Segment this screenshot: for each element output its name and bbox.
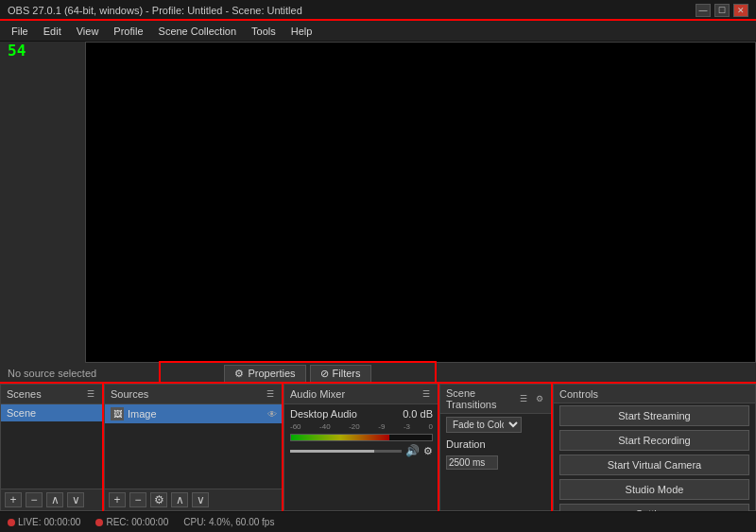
audio-track-header: Desktop Audio 0.0 dB — [290, 408, 433, 420]
transitions-panel-actions: ☰ ⚙ — [517, 392, 546, 405]
rec-label: REC: — [106, 517, 129, 527]
audio-menu-icon[interactable]: ☰ — [420, 387, 433, 401]
sources-down-button[interactable]: ∨ — [192, 492, 209, 507]
audio-settings-icon[interactable]: ⚙ — [423, 445, 433, 457]
start-virtual-camera-button[interactable]: Start Virtual Camera — [559, 455, 749, 475]
sources-menu-icon[interactable]: ☰ — [264, 387, 277, 401]
scenes-panel-header: Scenes ☰ — [1, 385, 103, 404]
controls-panel: Controls Start Streaming Start Recording… — [553, 384, 756, 511]
scenes-panel-actions: ☰ — [84, 387, 97, 401]
scenes-up-button[interactable]: ∧ — [46, 492, 63, 507]
audio-level-fill — [291, 435, 389, 440]
audio-panel-header: Audio Mixer ☰ — [284, 385, 438, 404]
status-bar: LIVE: 00:00:00 REC: 00:00:00 CPU: 4.0%, … — [0, 511, 756, 532]
cpu-label: CPU: 4.0%, 60.00 fps — [183, 517, 274, 527]
audio-panel-actions: ☰ — [420, 387, 433, 401]
menu-tools[interactable]: Tools — [244, 24, 284, 39]
mute-icon[interactable]: 🔊 — [405, 444, 420, 457]
title-bar-title: OBS 27.0.1 (64-bit, windows) - Profile: … — [8, 5, 302, 16]
sources-up-button[interactable]: ∧ — [171, 492, 188, 507]
start-streaming-button[interactable]: Start Streaming — [559, 405, 749, 426]
live-dot — [8, 519, 15, 526]
scene-transitions-panel: Scene Transitions ☰ ⚙ Fade to Color Cut … — [439, 384, 553, 511]
rec-dot — [95, 519, 103, 526]
duration-label: Duration — [446, 438, 486, 450]
scenes-menu-icon[interactable]: ☰ — [84, 387, 97, 401]
source-item[interactable]: 🖼 Image 👁 — [105, 404, 283, 423]
duration-row: Duration — [440, 436, 552, 453]
start-recording-button[interactable]: Start Recording — [559, 430, 749, 451]
transitions-panel-title: Scene Transitions — [446, 387, 517, 410]
rec-status: REC: 00:00:00 — [95, 517, 168, 527]
sources-panel-header: Sources ☰ — [105, 385, 283, 404]
menu-help[interactable]: Help — [284, 24, 320, 39]
scenes-panel: Scenes ☰ Scene + − ∧ ∨ — [0, 384, 104, 511]
sources-footer: + − ⚙ ∧ ∨ — [105, 489, 283, 510]
bottom-panels: Scenes ☰ Scene + − ∧ ∨ Sources ☰ 🖼 Image — [0, 384, 756, 511]
maximize-button[interactable]: ☐ — [714, 4, 730, 17]
duration-input-row — [440, 453, 552, 472]
sources-add-button[interactable]: + — [109, 492, 126, 507]
source-type-icon: 🖼 — [111, 407, 124, 420]
close-button[interactable]: ✕ — [733, 4, 748, 17]
menu-bar: File Edit View Profile Scene Collection … — [0, 21, 756, 42]
audio-controls: 🔊 ⚙ — [290, 444, 433, 457]
source-visibility-icon[interactable]: 👁 — [267, 409, 277, 420]
rec-time: 00:00:00 — [131, 517, 168, 527]
transitions-settings-icon[interactable]: ⚙ — [533, 392, 546, 405]
menu-scene-collection[interactable]: Scene Collection — [151, 24, 245, 39]
audio-track-db: 0.0 dB — [403, 408, 433, 420]
left-side-panel — [0, 42, 85, 363]
duration-input[interactable] — [446, 455, 498, 470]
filter-icon — [320, 368, 329, 380]
scenes-down-button[interactable]: ∨ — [67, 492, 84, 507]
transition-row: Fade to Color Cut Fade Swipe Slide — [440, 414, 552, 436]
live-label: LIVE: — [18, 517, 41, 527]
audio-level-bar — [290, 434, 433, 441]
transition-select[interactable]: Fade to Color Cut Fade Swipe Slide — [446, 417, 522, 433]
prop-filter-bar: Properties Filters — [161, 363, 435, 384]
menu-view[interactable]: View — [69, 24, 107, 39]
properties-button[interactable]: Properties — [224, 365, 305, 383]
menu-file[interactable]: File — [4, 24, 36, 39]
sources-settings-button[interactable]: ⚙ — [150, 492, 167, 507]
menu-profile[interactable]: Profile — [106, 24, 150, 39]
filters-button[interactable]: Filters — [310, 365, 371, 383]
scenes-remove-button[interactable]: − — [26, 492, 43, 507]
sources-panel-actions: ☰ — [264, 387, 277, 401]
audio-track: Desktop Audio 0.0 dB -60 -40 -20 -9 -3 0… — [284, 404, 438, 461]
live-status: LIVE: 00:00:00 — [8, 517, 80, 527]
sources-remove-button[interactable]: − — [129, 492, 146, 507]
preview-area — [85, 42, 756, 363]
gear-icon — [234, 368, 244, 380]
audio-track-name: Desktop Audio — [290, 408, 357, 420]
scene-item[interactable]: Scene — [1, 404, 103, 421]
sources-panel: Sources ☰ 🖼 Image 👁 + − ⚙ ∧ ∨ — [104, 384, 284, 511]
controls-panel-header: Controls — [554, 385, 755, 403]
title-bar-controls: — ☐ ✕ — [696, 4, 748, 17]
audio-panel-title: Audio Mixer — [290, 388, 345, 400]
cpu-status: CPU: 4.0%, 60.00 fps — [183, 517, 274, 527]
fps-counter: 54 — [8, 42, 26, 60]
live-time: 00:00:00 — [43, 517, 80, 527]
volume-slider-fill — [290, 450, 374, 453]
scenes-list: Scene — [1, 404, 103, 489]
sources-panel-title: Sources — [111, 388, 148, 400]
scenes-add-button[interactable]: + — [5, 492, 22, 507]
menu-edit[interactable]: Edit — [36, 24, 69, 39]
transitions-menu-icon[interactable]: ☰ — [517, 392, 530, 405]
title-bar: OBS 27.0.1 (64-bit, windows) - Profile: … — [0, 0, 756, 21]
volume-slider[interactable] — [290, 450, 402, 453]
audio-mixer-panel: Audio Mixer ☰ Desktop Audio 0.0 dB -60 -… — [284, 384, 439, 511]
transitions-panel-header: Scene Transitions ☰ ⚙ — [440, 385, 552, 414]
source-item-label: Image — [128, 408, 157, 420]
controls-panel-title: Controls — [559, 388, 598, 400]
studio-mode-button[interactable]: Studio Mode — [559, 479, 749, 500]
minimize-button[interactable]: — — [696, 4, 711, 17]
scenes-footer: + − ∧ ∨ — [1, 489, 103, 510]
sources-list: 🖼 Image 👁 — [105, 404, 283, 489]
audio-scale: -60 -40 -20 -9 -3 0 — [290, 422, 433, 431]
scenes-panel-title: Scenes — [7, 388, 42, 400]
